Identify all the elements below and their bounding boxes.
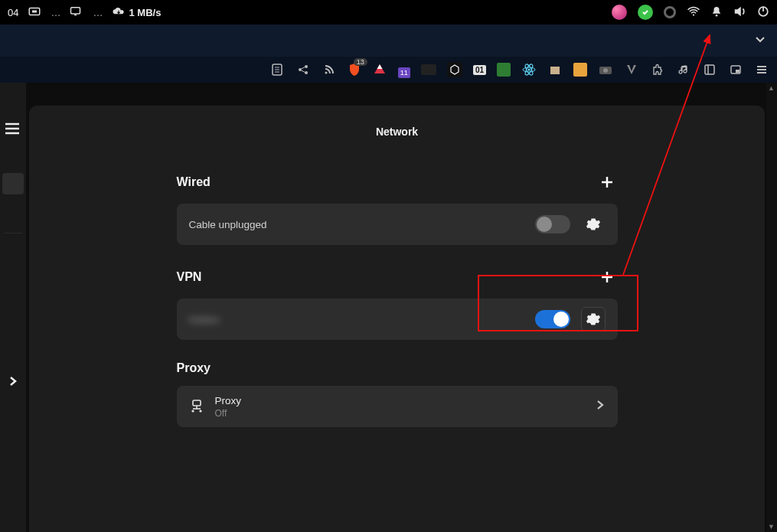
svg-line-15 <box>301 67 305 70</box>
vpn-name-label: hidden <box>189 314 524 325</box>
settings-hamburger-icon[interactable] <box>5 122 20 138</box>
svg-rect-39 <box>193 400 201 406</box>
brave-rewards-icon[interactable] <box>372 62 387 77</box>
wired-toggle[interactable] <box>535 215 570 233</box>
wired-settings-button[interactable] <box>581 212 606 237</box>
status-indicator-green-icon[interactable] <box>638 5 653 20</box>
extensions-puzzle-icon[interactable] <box>650 62 665 77</box>
window-titlebar <box>0 24 777 57</box>
wired-row: Cable unplugged <box>177 204 618 245</box>
chevron-down-icon[interactable] <box>754 33 766 48</box>
monitor-ellipsis: … <box>93 7 103 18</box>
extension-camera-icon[interactable] <box>598 62 613 77</box>
extension-v-icon[interactable] <box>624 62 639 77</box>
sidebar-expand-icon[interactable] <box>8 376 18 390</box>
sidepanel-icon[interactable] <box>702 62 717 77</box>
cloud-speed: 1 MB/s <box>112 7 161 18</box>
network-panel: Network Wired Cable unplugged <box>29 106 765 532</box>
vpn-settings-button[interactable] <box>581 307 606 331</box>
sidebar-divider <box>4 233 22 233</box>
extension-day-badge[interactable]: 01 <box>473 65 486 75</box>
brave-shields-icon[interactable]: 13 <box>348 63 361 77</box>
svg-point-14 <box>305 71 308 74</box>
extension-box-icon[interactable] <box>547 62 563 77</box>
settings-app: Network Wired Cable unplugged <box>0 83 777 532</box>
svg-point-18 <box>528 69 531 71</box>
monitor-indicator-icon <box>70 6 83 19</box>
svg-rect-2 <box>71 7 80 13</box>
proxy-row-title: Proxy <box>215 395 584 406</box>
svg-rect-1 <box>32 10 37 12</box>
svg-point-24 <box>603 68 608 73</box>
vpn-row: hidden <box>177 299 618 340</box>
browser-toolbar: 13 11 01 <box>0 57 777 83</box>
sidebar-slot[interactable] <box>2 147 24 168</box>
rss-icon[interactable] <box>322 62 337 77</box>
notifications-icon[interactable] <box>711 5 722 20</box>
wired-status-label: Cable unplugged <box>189 219 524 230</box>
svg-rect-3 <box>74 14 77 15</box>
extension-cube-icon[interactable] <box>447 62 462 77</box>
status-indicator-pink-icon[interactable] <box>612 5 627 20</box>
cpu-indicator-icon <box>28 6 41 19</box>
status-indicator-grey-icon[interactable] <box>664 6 676 18</box>
power-icon[interactable] <box>757 5 769 20</box>
svg-rect-25 <box>705 65 714 74</box>
proxy-heading: Proxy <box>177 361 211 375</box>
svg-point-42 <box>191 410 194 412</box>
pip-icon[interactable] <box>728 62 743 77</box>
wifi-icon[interactable] <box>687 6 700 19</box>
brave-badge-count: 13 <box>354 58 367 66</box>
extension-green-icon[interactable] <box>497 63 511 77</box>
extension-purple-badge[interactable]: 11 <box>398 67 410 78</box>
add-wired-button[interactable] <box>596 171 618 193</box>
svg-point-43 <box>199 410 201 412</box>
svg-point-5 <box>716 14 718 16</box>
chevron-right-icon <box>595 400 606 413</box>
svg-rect-28 <box>736 70 739 73</box>
reader-mode-icon[interactable] <box>269 62 285 77</box>
extension-terminal-icon[interactable] <box>421 64 436 75</box>
proxy-icon <box>189 399 204 414</box>
vpn-toggle[interactable] <box>535 310 570 328</box>
net-speed-text: 1 MB/s <box>129 7 161 18</box>
sidebar-slot[interactable] <box>2 199 24 220</box>
add-vpn-button[interactable] <box>596 266 618 288</box>
wired-section: Wired Cable unplugged <box>177 171 618 245</box>
cpu-ellipsis: … <box>51 7 60 18</box>
svg-line-16 <box>301 70 305 73</box>
svg-point-4 <box>693 14 694 15</box>
panel-title: Network <box>40 126 754 138</box>
proxy-row[interactable]: Proxy Off <box>177 386 618 427</box>
settings-sidebar <box>0 83 26 532</box>
scroll-down-icon[interactable]: ▼ <box>768 523 775 530</box>
svg-point-17 <box>325 72 327 74</box>
hamburger-menu-icon[interactable] <box>754 62 769 77</box>
scroll-up-icon[interactable]: ▲ <box>768 84 775 92</box>
vpn-section: VPN hidden <box>177 266 618 340</box>
vertical-scrollbar[interactable]: ▲ ▼ <box>766 83 777 532</box>
proxy-section: Proxy Proxy Off <box>177 361 618 427</box>
share-icon[interactable] <box>295 62 311 77</box>
extension-orange-icon[interactable] <box>573 63 587 77</box>
svg-point-13 <box>305 65 308 68</box>
sidebar-slot-active[interactable] <box>2 173 24 194</box>
music-icon[interactable] <box>676 62 691 77</box>
svg-rect-22 <box>550 67 560 74</box>
clock-text: 04 <box>8 7 18 18</box>
extension-react-icon[interactable] <box>521 62 537 77</box>
proxy-row-subtitle: Off <box>215 408 584 419</box>
wired-heading: Wired <box>177 175 211 189</box>
vpn-heading: VPN <box>177 270 202 284</box>
volume-icon[interactable] <box>733 5 746 20</box>
os-status-bar: 04 … … 1 MB/s <box>0 0 777 24</box>
